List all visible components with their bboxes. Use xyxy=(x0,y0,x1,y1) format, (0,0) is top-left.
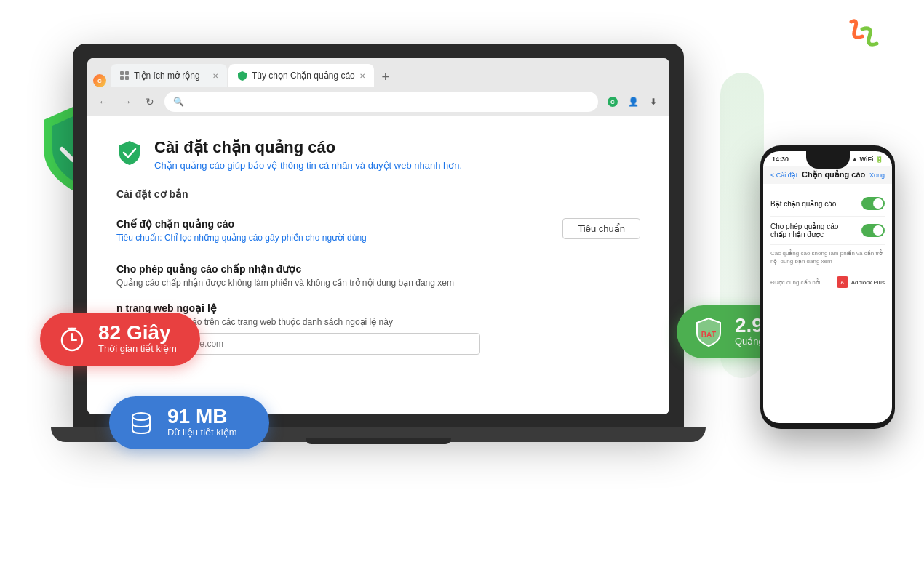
ad-mode-setting: Chế độ chặn quảng cáo Tiêu chuẩn: Chỉ lọ… xyxy=(116,218,640,249)
coccoc-logo: C xyxy=(93,74,106,87)
account-icon[interactable]: 👤 xyxy=(624,93,642,110)
ad-mode-desc: Tiêu chuẩn: Chỉ lọc những quảng cáo gây … xyxy=(116,233,367,243)
tab-extensions-label: Tiện ích mở rộng xyxy=(134,71,200,81)
svg-rect-2 xyxy=(120,76,124,80)
time-saved-badge: 82 Giây Thời gian tiết kiệm xyxy=(40,313,200,366)
phone-provider-row: Được cung cấp bởi A Adblock Plus xyxy=(770,270,885,294)
browser-tabs: C Tiện ích mở rộng ✕ xyxy=(87,58,669,87)
phone-small-text: Các quảng cáo không làm phiền và cần trở… xyxy=(770,245,885,270)
phone-header-title: Chặn quảng cáo xyxy=(802,170,865,180)
phone-notch xyxy=(806,151,850,169)
svg-text:BẬT: BẬT xyxy=(701,330,716,339)
database-icon xyxy=(125,406,157,438)
browser-chrome: C Tiện ích mở rộng ✕ xyxy=(87,58,669,116)
tab-adblock-label: Tùy chọn Chặn quảng cáo xyxy=(252,71,355,81)
phone-done-button[interactable]: Xong xyxy=(869,172,885,179)
adblock-badge: A Adblock Plus xyxy=(837,276,885,288)
address-bar[interactable]: 🔍 xyxy=(164,92,598,112)
forward-button[interactable]: → xyxy=(118,93,135,110)
allowed-ads-desc: Quảng cáo chấp nhận được không làm phiền… xyxy=(116,278,640,288)
tab-adblock-close[interactable]: ✕ xyxy=(359,72,365,80)
coccoc-toolbar-icon[interactable]: C xyxy=(604,93,621,110)
allowed-ads-label: Cho phép quảng cáo chấp nhận được xyxy=(116,263,640,275)
svg-rect-0 xyxy=(120,71,124,75)
phone-content: Bật chặn quảng cáo Cho phép quảng cáo ch… xyxy=(763,184,892,301)
data-saved-number: 91 MB xyxy=(167,406,237,427)
data-saved-label: Dữ liệu tiết kiệm xyxy=(167,427,237,439)
adblock-logo: A xyxy=(837,276,848,288)
phone-time: 14:30 xyxy=(772,156,789,163)
adblock-name: Adblock Plus xyxy=(851,279,885,286)
svg-text:C: C xyxy=(610,99,615,105)
download-icon[interactable]: ⬇ xyxy=(645,93,662,110)
page-header: Cài đặt chặn quảng cáo Chặn quảng cáo gi… xyxy=(116,138,640,171)
tab-adblock[interactable]: Tùy chọn Chặn quảng cáo ✕ xyxy=(228,64,374,87)
svg-point-11 xyxy=(132,413,150,420)
phone-back-button[interactable]: < Cài đặt xyxy=(770,172,797,179)
phone-provider-label: Được cung cấp bởi xyxy=(770,279,820,286)
page-subtitle: Chặn quảng cáo giúp bảo vệ thông tin cá … xyxy=(154,160,462,171)
browser-toolbar: ← → ↻ 🔍 C 👤 ⬇ xyxy=(87,87,669,116)
page-header-shield-icon xyxy=(116,140,143,166)
page-title: Cài đặt chặn quảng cáo xyxy=(154,138,462,157)
phone-toggle-allowed: Cho phép quảng cáo chấp nhận được xyxy=(770,217,885,245)
new-tab-button[interactable]: + xyxy=(375,67,396,87)
ad-mode-label: Chế độ chặn quảng cáo xyxy=(116,218,367,230)
squiggle-decoration xyxy=(837,15,880,58)
svg-rect-1 xyxy=(125,71,129,75)
phone-screen: 14:30 ▲ WiFi 🔋 < Cài đặt Chặn quảng cáo … xyxy=(763,151,892,423)
browser-content: Cài đặt chặn quảng cáo Chặn quảng cáo gi… xyxy=(87,116,669,414)
time-saved-label: Thời gian tiết kiệm xyxy=(98,343,177,355)
standard-button[interactable]: Tiêu chuẩn xyxy=(562,218,640,239)
phone-signal-icons: ▲ WiFi 🔋 xyxy=(851,156,883,163)
refresh-button[interactable]: ↻ xyxy=(141,93,159,110)
back-button[interactable]: ← xyxy=(95,93,112,110)
time-saved-number: 82 Giây xyxy=(98,323,177,343)
phone-allowed-label: Cho phép quảng cáo chấp nhận được xyxy=(770,222,843,238)
toolbar-icons: C 👤 ⬇ xyxy=(604,93,662,110)
phone-toggle-adblock: Bật chặn quảng cáo xyxy=(770,191,885,217)
phone: 14:30 ▲ WiFi 🔋 < Cài đặt Chặn quảng cáo … xyxy=(760,145,895,429)
adblock-toggle[interactable] xyxy=(861,197,885,210)
search-icon: 🔍 xyxy=(173,97,184,107)
allowed-toggle[interactable] xyxy=(861,224,885,237)
section-basic-title: Cài đặt cơ bản xyxy=(116,188,640,206)
timer-icon xyxy=(56,323,88,355)
tab-extensions-close[interactable]: ✕ xyxy=(212,72,218,80)
phone-adblock-label: Bật chặn quảng cáo xyxy=(770,200,836,208)
data-saved-badge: 91 MB Dữ liệu tiết kiệm xyxy=(109,396,269,449)
allowed-ads-setting: Cho phép quảng cáo chấp nhận được Quảng … xyxy=(116,263,640,288)
tab-extensions[interactable]: Tiện ích mở rộng ✕ xyxy=(111,64,227,87)
ads-blocked-shield-icon: BẬT xyxy=(693,315,725,347)
svg-rect-3 xyxy=(125,76,129,80)
extensions-tab-icon xyxy=(119,71,130,81)
exception-label: n trang web ngoại lệ xyxy=(116,302,640,314)
shield-tab-icon xyxy=(237,71,247,81)
